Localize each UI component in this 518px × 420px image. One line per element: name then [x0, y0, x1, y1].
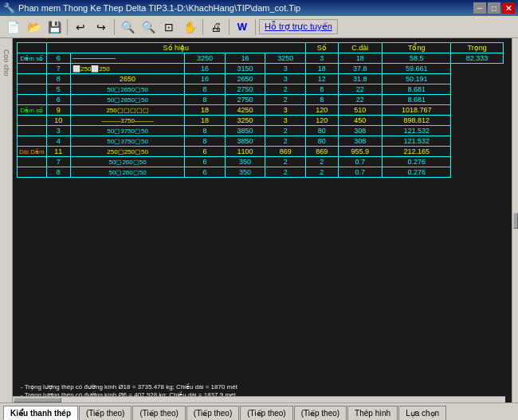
undo-button[interactable]: ↩ [71, 18, 90, 36]
close-button[interactable]: ✕ [502, 2, 515, 14]
h-scrollbar[interactable] [13, 396, 505, 402]
new-button[interactable]: 📄 [3, 18, 22, 36]
toolbar-separator-4 [229, 19, 230, 35]
toolbar-separator [67, 19, 68, 35]
cad-table: Số hiệu Số C.dài Tổng Trọng Dầm số 6 ———… [17, 42, 504, 178]
toolbar-separator-5 [255, 19, 256, 35]
weight-info-1: - Trọng lượng thép có đường kính Ø18 = 3… [21, 383, 504, 391]
toolbar: 📄 📂 💾 ↩ ↪ 🔍 🔍 ⊡ ✋ 🖨 W Hỗ trợ trực tuyến [0, 16, 518, 38]
app-icon: 🔧 [3, 2, 15, 14]
open-button[interactable]: 📂 [24, 18, 43, 36]
h-scrollbar-thumb[interactable] [14, 398, 61, 402]
tab-tiep-theo-5[interactable]: (Tiếp theo) [294, 406, 347, 420]
help-button[interactable]: Hỗ trợ trực tuyến [259, 19, 338, 34]
toolbar-separator-3 [202, 19, 203, 35]
minimize-button[interactable]: ─ [473, 2, 486, 14]
tab-kieu-thanh-thep[interactable]: Kiểu thanh thép [3, 406, 78, 420]
main-split: Coo cho Số hiệu Số C.dài Tổng Trọng [0, 38, 518, 402]
tab-lua-chon[interactable]: Lựa chọn [398, 406, 446, 420]
zoom-all-button[interactable]: ⊡ [159, 18, 179, 36]
v-scrollbar-thumb[interactable] [513, 213, 518, 229]
zoom-in-button[interactable]: 🔍 [118, 18, 137, 36]
print-button[interactable]: 🖨 [206, 18, 226, 36]
v-scrollbar[interactable] [512, 38, 518, 402]
zoom-out-button[interactable]: 🔍 [139, 18, 158, 36]
save-button[interactable]: 💾 [45, 18, 64, 36]
coo-cho-label: Coo cho [2, 49, 10, 77]
toolbar-separator-2 [114, 19, 115, 35]
redo-button[interactable]: ↪ [92, 18, 111, 36]
tab-tiep-theo-1[interactable]: (Tiếp theo) [79, 406, 131, 420]
tabs-row: Kiểu thanh thép (Tiếp theo) (Tiếp theo) … [3, 406, 515, 420]
cad-view[interactable]: Số hiệu Số C.dài Tổng Trọng Dầm số 6 ———… [13, 38, 512, 402]
title-bar: 🔧 Phan mem Thong Ke Thep Delta TIP3.1-D:… [0, 0, 518, 16]
pan-button[interactable]: ✋ [180, 18, 199, 36]
maximize-button[interactable]: □ [488, 2, 500, 14]
word-button[interactable]: W [233, 18, 252, 36]
tab-tiep-theo-3[interactable]: (Tiếp theo) [186, 406, 239, 420]
tab-thep-hinh[interactable]: Thép hình [347, 406, 398, 420]
tab-tiep-theo-4[interactable]: (Tiếp theo) [240, 406, 292, 420]
left-panel: Coo cho [0, 38, 13, 402]
window-controls: ─ □ ✕ [473, 2, 515, 14]
window-title: Phan mem Thong Ke Thep Delta TIP3.1-D:\K… [18, 3, 473, 13]
bottom-panel: Kiểu thanh thép (Tiếp theo) (Tiếp theo) … [0, 402, 518, 420]
tab-tiep-theo-2[interactable]: (Tiếp theo) [132, 406, 185, 420]
